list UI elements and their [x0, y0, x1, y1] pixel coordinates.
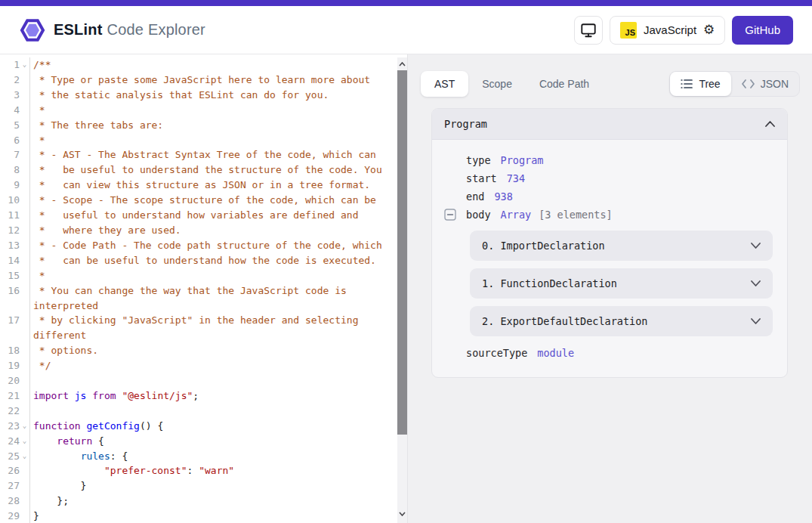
fold-chevron-icon[interactable]: ⌄	[20, 57, 29, 73]
code-text[interactable]: }	[29, 509, 407, 523]
code-line: 10 * - Scope - The scope structure of th…	[0, 193, 407, 208]
fold-chevron-icon[interactable]: ⌄	[20, 419, 29, 434]
code-text[interactable]: * - Code Path - The code path structure …	[29, 238, 407, 253]
code-text[interactable]: * where they are used.	[29, 223, 407, 238]
fold-gutter	[20, 238, 29, 253]
tab-ast[interactable]: AST	[421, 71, 468, 97]
fold-gutter	[20, 88, 29, 103]
view-toggle-tree[interactable]: Tree	[670, 72, 730, 96]
scrollbar-thumb[interactable]	[397, 70, 407, 435]
fold-gutter	[20, 478, 29, 494]
code-text[interactable]: * be useful to understand the structure …	[29, 162, 407, 178]
ast-node-header[interactable]: Program	[432, 109, 787, 140]
line-number: 2	[0, 73, 20, 88]
code-text[interactable]: function getConfig() {	[29, 419, 407, 434]
code-line: 7 * - AST - The Abstract Syntax Tree of …	[0, 147, 407, 162]
line-number: 7	[0, 147, 20, 162]
minus-square-icon[interactable]	[444, 209, 456, 221]
code-text[interactable]: "prefer-const": "warn"	[29, 463, 407, 478]
code-text[interactable]: * the static analysis that ESLint can do…	[29, 88, 407, 103]
code-text[interactable]: *	[29, 103, 407, 118]
code-text[interactable]: *	[29, 133, 407, 148]
code-line: 8 * be useful to understand the structur…	[0, 162, 407, 178]
main-content: 1⌄/**2 * Type or paste some JavaScript h…	[0, 54, 812, 523]
tab-code-path[interactable]: Code Path	[526, 71, 603, 97]
code-text[interactable]: }	[29, 478, 407, 494]
ast-prop-key: sourceType	[466, 347, 527, 359]
code-line: 26 "prefer-const": "warn"	[0, 463, 407, 478]
fold-gutter	[20, 193, 29, 208]
fold-gutter	[20, 208, 29, 223]
eslint-logo-icon	[20, 19, 45, 42]
code-line: 2 * Type or paste some JavaScript here t…	[0, 73, 407, 88]
code-line: 25⌄ rules: {	[0, 449, 407, 464]
code-editor[interactable]: 1⌄/**2 * Type or paste some JavaScript h…	[0, 54, 408, 523]
code-text[interactable]: *	[29, 268, 407, 283]
fold-chevron-icon[interactable]: ⌄	[20, 449, 29, 464]
line-number: 4	[0, 103, 20, 118]
fold-chevron-icon[interactable]: ⌄	[20, 434, 29, 449]
code-text[interactable]: different	[29, 328, 407, 343]
fold-gutter	[20, 283, 29, 299]
code-text[interactable]: * can be useful to understand how the co…	[29, 253, 407, 268]
ast-prop-type: type Program	[444, 151, 775, 169]
line-number: 18	[0, 343, 20, 358]
code-text[interactable]	[29, 373, 407, 388]
code-text[interactable]: * Type or paste some JavaScript here to …	[29, 73, 407, 88]
code-text[interactable]: interpreted	[29, 299, 407, 314]
code-line: 24⌄ return {	[0, 434, 407, 449]
code-text[interactable]: * You can change the way that the JavaSc…	[29, 283, 407, 299]
code-text[interactable]: import js from "@eslint/js";	[29, 388, 407, 404]
code-text[interactable]: */	[29, 358, 407, 373]
fold-gutter	[20, 73, 29, 88]
ast-child-node[interactable]: 1. FunctionDeclaration	[470, 268, 773, 299]
fold-gutter	[20, 103, 29, 118]
fold-gutter	[20, 268, 29, 283]
scroll-up-arrow-icon[interactable]	[397, 58, 407, 70]
code-text[interactable]: * by clicking "JavaScript" in the header…	[29, 313, 407, 328]
fold-gutter	[20, 388, 29, 404]
code-text[interactable]: * The three tabs are:	[29, 118, 407, 133]
code-text[interactable]: * options.	[29, 343, 407, 358]
code-text[interactable]	[29, 404, 407, 419]
theme-toggle-button[interactable]	[574, 16, 603, 45]
editor-scrollbar[interactable]	[397, 57, 407, 523]
code-text[interactable]: * - AST - The Abstract Syntax Tree of th…	[29, 147, 407, 162]
scroll-down-arrow-icon[interactable]	[397, 508, 407, 519]
code-line: 19 */	[0, 358, 407, 373]
line-number: 13	[0, 238, 20, 253]
code-line: 22	[0, 404, 407, 419]
code-line: different	[0, 328, 407, 343]
tab-scope[interactable]: Scope	[468, 71, 526, 97]
ast-child-node[interactable]: 0. ImportDeclaration	[470, 231, 773, 261]
ast-prop-body: body Array [3 elements]	[444, 206, 775, 224]
language-selector-button[interactable]: JS JavaScript ⚙	[610, 16, 725, 45]
fold-gutter	[20, 118, 29, 133]
code-text[interactable]: * useful to understand how variables are…	[29, 208, 407, 223]
ast-node-title: Program	[444, 118, 487, 130]
github-button[interactable]: GitHub	[732, 16, 793, 45]
view-toggle-tree-label: Tree	[699, 78, 720, 90]
fold-gutter	[20, 494, 29, 509]
fold-gutter	[20, 178, 29, 193]
line-number: 26	[0, 463, 20, 478]
view-toggle-json[interactable]: JSON	[731, 72, 799, 96]
ast-child-node[interactable]: 2. ExportDefaultDeclaration	[470, 306, 773, 336]
code-text[interactable]: };	[29, 494, 407, 509]
line-number: 15	[0, 268, 20, 283]
line-number: 17	[0, 313, 20, 328]
line-number: 12	[0, 223, 20, 238]
fold-gutter	[20, 463, 29, 478]
ast-node-body: type Program start 734 end 938 body	[432, 140, 787, 377]
code-line: 1⌄/**	[0, 57, 407, 73]
code-text[interactable]: * - Scope - The scope structure of the c…	[29, 193, 407, 208]
code-text[interactable]: /**	[29, 57, 407, 73]
chevron-down-icon	[751, 280, 761, 286]
chevron-down-icon	[751, 318, 761, 324]
ast-prop-value: Program	[501, 154, 544, 166]
code-text[interactable]: rules: {	[29, 449, 407, 464]
code-text[interactable]: return {	[29, 434, 407, 449]
code-text[interactable]: * can view this structure as JSON or in …	[29, 178, 407, 193]
brand: ESLintCode Explorer	[20, 19, 205, 42]
line-number: 24	[0, 434, 20, 449]
